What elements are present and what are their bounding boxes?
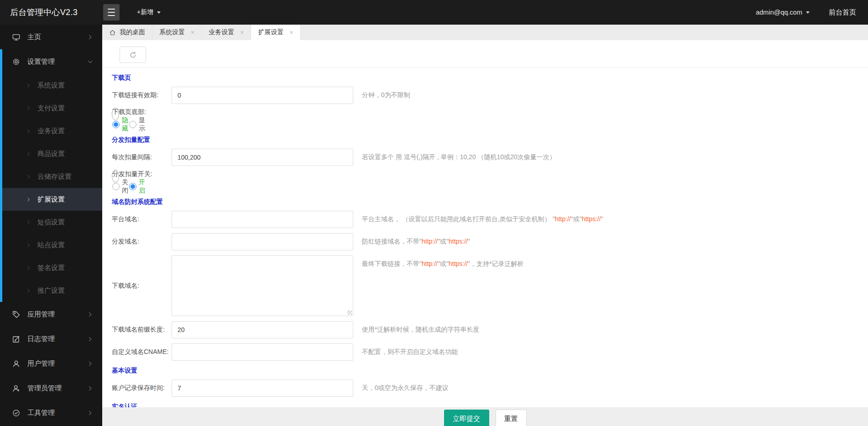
- sidebar-item-label: 支付设置: [37, 104, 65, 113]
- section-title: 基本设置: [112, 366, 868, 374]
- tab-label: 系统设置: [159, 28, 185, 36]
- field-input[interactable]: [172, 211, 353, 228]
- content-area: 下载页下载链接有效期:分钟，0为不限制下载页底部:隐藏显示分发扣量配置每次扣量间…: [102, 40, 868, 407]
- user-email: admin@qq.com: [756, 9, 802, 16]
- close-icon[interactable]: ×: [289, 29, 293, 36]
- sidebar-submenu-item[interactable]: 云储存设置: [2, 165, 102, 188]
- close-icon[interactable]: ×: [191, 29, 194, 36]
- field-input[interactable]: [172, 379, 353, 397]
- field-input[interactable]: [172, 343, 353, 361]
- sidebar-item-label: 云储存设置: [37, 172, 72, 181]
- sidebar-submenu-item[interactable]: 扩展设置: [2, 188, 102, 211]
- radio-group: 关闭开启: [112, 178, 119, 195]
- page: { "header": { "title": "后台管理中心V2.3", "ne…: [0, 0, 868, 426]
- radio-option[interactable]: 关闭: [112, 178, 128, 195]
- sidebar-submenu-item[interactable]: 签名设置: [2, 256, 102, 279]
- new-dropdown[interactable]: +新增: [137, 8, 161, 16]
- hint-text: https://: [449, 260, 468, 267]
- radio-option[interactable]: 显示: [129, 116, 145, 133]
- field-label: 下载域名:: [112, 255, 172, 290]
- form-row: 下载链接有效期:分钟，0为不限制: [112, 87, 868, 104]
- chevron-right-icon: [26, 220, 31, 225]
- chevron-right-icon: [87, 410, 93, 416]
- refresh-button[interactable]: [120, 47, 146, 63]
- field-input[interactable]: [172, 149, 353, 166]
- sidebar-menu-item[interactable]: 管理员管理: [0, 376, 102, 400]
- chevron-right-icon: [87, 34, 93, 40]
- resize-grip-icon[interactable]: [347, 310, 352, 315]
- home-icon: [109, 29, 116, 36]
- new-dropdown-label: +新增: [137, 8, 153, 16]
- user-icon: [12, 359, 21, 368]
- sidebar-submenu-item[interactable]: 支付设置: [2, 97, 102, 119]
- toolbar: [102, 40, 868, 63]
- field-input[interactable]: [172, 87, 353, 104]
- sidebar-menu-item[interactable]: 用户管理: [0, 351, 102, 376]
- sidebar-item-label: 工具管理: [27, 409, 87, 417]
- chevron-right-icon: [87, 361, 93, 367]
- tab-1[interactable]: 系统设置×: [152, 25, 202, 40]
- radio-option[interactable]: 隐藏: [112, 116, 128, 133]
- field-input[interactable]: [172, 233, 353, 250]
- hint-text: 最终下载链接，不带": [362, 260, 422, 267]
- form-row: 自定义域名CNAME:不配置，则不开启自定义域名功能: [112, 343, 868, 361]
- sidebar-menu-item[interactable]: 工具管理: [0, 400, 102, 425]
- field-label: 每次扣量间隔:: [112, 153, 172, 161]
- field-label: 自定义域名CNAME:: [112, 348, 172, 356]
- sidebar-submenu-item[interactable]: 站点设置: [2, 234, 102, 256]
- section-title: 实名认证: [112, 402, 868, 407]
- hint-text: "或": [438, 260, 449, 267]
- chevron-right-icon: [26, 151, 31, 156]
- user-menu[interactable]: admin@qq.com: [756, 9, 810, 16]
- hint-text: 不配置，则不开启自定义域名功能: [362, 348, 458, 355]
- sidebar-toggle-button[interactable]: [103, 4, 120, 21]
- sidebar-item-label: 推广设置: [37, 286, 65, 295]
- hint-text: 防红链接域名，不带": [362, 238, 422, 245]
- field-hint: 防红链接域名，不带"http://"或"https://": [362, 238, 470, 246]
- sidebar-menu-item[interactable]: 设置管理: [2, 49, 102, 74]
- reset-button[interactable]: 重置: [496, 410, 527, 426]
- frontend-home-link[interactable]: 前台首页: [829, 8, 856, 17]
- hint-text: "，支持*记录泛解析: [468, 260, 523, 267]
- field-label: 下载链接有效期:: [112, 91, 172, 99]
- monitor-icon: [12, 33, 21, 42]
- hint-text: ": [601, 215, 603, 223]
- radio-icon: [129, 121, 136, 128]
- field-textarea[interactable]: [172, 255, 353, 316]
- field-input[interactable]: [172, 321, 353, 338]
- chevron-right-icon: [26, 174, 31, 179]
- close-icon[interactable]: ×: [240, 29, 244, 36]
- field-label: 平台域名:: [112, 215, 172, 223]
- tab-3[interactable]: 扩展设置×: [251, 25, 300, 40]
- radio-option[interactable]: 开启: [129, 178, 145, 195]
- sidebar-menu-item[interactable]: 主页: [0, 25, 102, 49]
- sidebar-submenu-item[interactable]: 商品设置: [2, 142, 102, 165]
- sidebar-item-label: 设置管理: [27, 57, 87, 66]
- caret-down-icon: [157, 11, 161, 14]
- sidebar-submenu-item[interactable]: 系统设置: [2, 74, 102, 97]
- sidebar-menu-item[interactable]: 应用管理: [0, 302, 102, 327]
- tab-0[interactable]: 我的桌面: [102, 25, 152, 40]
- field-label: 下载域名前缀长度:: [112, 326, 172, 334]
- sidebar-submenu-item[interactable]: 业务设置: [2, 119, 102, 142]
- gear-icon: [12, 57, 21, 66]
- sidebar-submenu-item[interactable]: 推广设置: [2, 279, 102, 302]
- sidebar: 主页设置管理系统设置支付设置业务设置商品设置云储存设置扩展设置短信设置站点设置签…: [0, 25, 102, 426]
- tag-icon: [12, 310, 21, 319]
- hint-text: 分钟，0为不限制: [362, 91, 410, 99]
- field-hint: 天，0或空为永久保存，不建议: [362, 384, 449, 392]
- refresh-icon: [129, 51, 137, 59]
- sidebar-menu-item[interactable]: 日志管理: [0, 327, 102, 351]
- chevron-right-icon: [26, 106, 31, 111]
- tab-2[interactable]: 业务设置×: [202, 25, 251, 40]
- tab-label: 扩展设置: [258, 28, 283, 36]
- radio-label: 开启: [139, 178, 145, 195]
- chevron-right-icon: [87, 312, 93, 317]
- main-area: 我的桌面系统设置×业务设置×扩展设置× 下载页下载链接有效期:分钟，0为不限制下…: [102, 25, 868, 426]
- radio-label: 关闭: [122, 178, 128, 195]
- tab-bar: 我的桌面系统设置×业务设置×扩展设置×: [102, 25, 868, 40]
- hint-text: http://: [422, 260, 438, 267]
- submit-button[interactable]: 立即提交: [444, 410, 489, 426]
- form-row: 下载页底部:隐藏显示: [112, 108, 119, 120]
- sidebar-submenu-item[interactable]: 短信设置: [2, 211, 102, 234]
